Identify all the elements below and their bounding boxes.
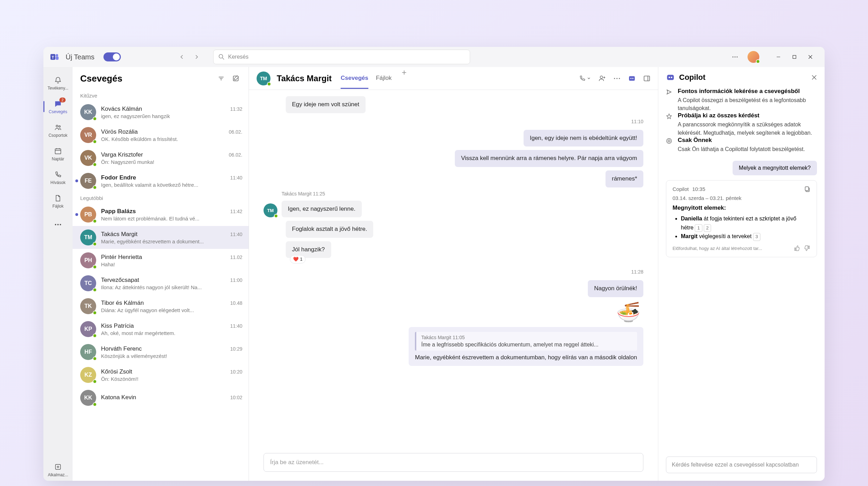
chat-list-item[interactable]: PB Papp Balázs11:42 Nem látom ezt problé… [73,203,249,226]
chat-preview: Ah, oké, most már megértettem. [101,330,242,336]
svg-rect-42 [667,75,674,80]
chat-list-item[interactable]: TK Tibor és Kálmán10.48 Diána: Az ügyfél… [73,295,249,318]
copy-icon[interactable] [804,186,810,192]
copilot-response: Copilot 10:35 03.14. szerda – 03.21. pén… [666,180,817,257]
message-bubble[interactable]: Egy ideje nem volt szünet [286,96,366,113]
suggestion-title: Fontos információk lekérése a csevegésbő… [678,88,817,95]
reply-text: Marie, egyébként észrevettem a dokumentu… [415,354,637,361]
message-list: Egy ideje nem volt szünet 11:10 Igen, eg… [249,90,658,449]
new-teams-toggle[interactable] [103,52,121,61]
message-bubble[interactable]: Foglalok asztalt a jövő hétre. [286,221,373,238]
rail-chat[interactable]: 2 Csevegés [43,95,73,118]
window-maximize-button[interactable] [786,50,802,64]
nav-back-button[interactable] [176,51,188,63]
svg-point-8 [736,56,737,57]
rail-files[interactable]: Fájlok [43,190,73,212]
chat-avatar: FE [80,173,96,189]
add-people-button[interactable] [598,75,606,82]
chat-avatar: KK [80,390,96,406]
add-tab-button[interactable] [399,68,409,77]
chat-list-item[interactable]: HF Horváth Ferenc10:29 Köszönjük a vélem… [73,341,249,363]
chat-list-item[interactable]: KK Kovács Kálmán11:32 igen, ez nagyszerű… [73,101,249,124]
chat-list-item[interactable]: VR Vörös Rozália06.02. OK. Később elküld… [73,124,249,146]
chat-list-item[interactable]: TC Tervezőcsapat11:00 Ilona: Az áttekint… [73,272,249,295]
message-bubble[interactable]: rámenes* [606,170,643,187]
chat-time: 06.02. [229,152,242,158]
conversation-pane: TM Takács Margit Csevegés Fájlok Egy ide… [249,67,658,481]
message-bubble[interactable]: Igen, egy ideje nem is ebédeltünk együtt… [524,130,643,147]
conversation-title: Takács Margit [277,74,332,83]
rail-apps[interactable]: Alkalmaz... [43,459,73,481]
presence-available-icon [93,162,97,167]
reference-badge[interactable]: 3 [753,233,760,241]
chat-name: Pintér Henrietta [101,254,230,261]
chat-list-item[interactable]: KP Kiss Patrícia11:40 Ah, oké, most már … [73,318,249,341]
composer-placeholder: Írja be az üzenetét... [270,459,324,466]
rail-activity[interactable]: Tevékeny... [43,72,73,94]
window-minimize-button[interactable] [770,50,786,64]
chat-name: Papp Balázs [101,208,230,215]
copilot-close-button[interactable] [811,75,817,80]
conversation-avatar[interactable]: TM [257,72,270,85]
chat-list-item[interactable]: KK Katona Kevin10:02 [73,386,249,409]
message-meta: Takács Margit 11:25 [282,191,643,196]
reference-badge[interactable]: 2 [704,224,711,232]
chat-preview: igen, ez nagyszerűen hangzik [101,113,242,119]
message-bubble[interactable]: Igen, ez nagyszerű lenne. [282,201,362,218]
message-bubble[interactable]: Nagyon örülnék! [588,280,643,297]
more-button[interactable] [730,52,740,62]
user-avatar[interactable] [748,51,759,63]
tab-files[interactable]: Fájlok [376,68,392,89]
suggestion-body: A Copilot összegzi a beszélgetést és a l… [678,96,817,112]
copilot-input[interactable]: Kérdés feltevése ezzel a csevegéssel kap… [666,456,817,473]
copilot-suggestion[interactable]: Csak ÖnnekCsak Ön láthatja a Copilottal … [666,137,817,153]
message-bubble[interactable]: Vissza kell mennünk arra a rámenes helyr… [455,150,643,167]
rail-label: Fájlok [52,204,64,209]
titlebar: T Új Teams Keresés [43,47,825,67]
copilot-panel: Copilot Fontos információk lekérése a cs… [658,67,825,481]
nav-forward-button[interactable] [190,51,203,63]
copilot-toggle-button[interactable] [628,75,636,82]
svg-rect-40 [644,76,650,81]
rail-label: Hívások [50,180,65,185]
message-bubble[interactable]: Jól hangzik? ❤️ 1 [286,241,331,258]
rail-teams[interactable]: Csoportok [43,119,73,141]
chat-list-item[interactable]: FE Fodor Endre11:40 Igen, beállítok vala… [73,169,249,192]
message-composer[interactable]: Írja be az üzenetét... [264,453,643,472]
new-chat-button[interactable] [231,73,241,84]
rail-calendar[interactable]: Naptár [43,143,73,165]
window-close-button[interactable] [802,50,818,64]
open-pane-button[interactable] [643,75,650,82]
presence-available-icon [756,59,760,64]
tab-chat[interactable]: Csevegés [341,68,368,89]
conversation-more-button[interactable] [614,77,620,79]
copilot-input-placeholder: Kérdés feltevése ezzel a csevegéssel kap… [672,462,799,468]
copilot-suggestion[interactable]: Próbálja ki az összes kérdéstA parancsso… [666,112,817,136]
suggestion-icon [666,138,674,153]
rail-badge: 2 [59,98,66,102]
reaction-badge[interactable]: ❤️ 1 [290,255,306,264]
copilot-user-prompt[interactable]: Melyek a megnyitott elemek? [733,161,817,175]
svg-point-4 [219,55,223,58]
filter-button[interactable] [216,73,226,84]
rail-label: Tevékeny... [48,86,68,91]
chat-avatar: TC [80,275,96,291]
chat-name: Katona Kevin [101,394,230,401]
chat-list-item[interactable]: TM Takács Margit11:40 Marie, egyébként é… [73,226,249,249]
rail-more[interactable] [43,213,73,236]
presence-available-icon [93,265,97,269]
call-button[interactable] [579,75,591,82]
presence-available-icon [93,219,97,223]
reference-badge[interactable]: 1 [695,224,702,232]
rail-calls[interactable]: Hívások [43,166,73,188]
chat-name: Takács Margit [101,231,230,238]
thumbs-up-icon[interactable] [794,245,800,251]
search-input[interactable]: Keresés [213,50,470,64]
copilot-suggestion[interactable]: Fontos információk lekérése a csevegésbő… [666,88,817,112]
sender-avatar[interactable]: TM [264,203,277,217]
quoted-reply[interactable]: Takács Margit 11:05 Íme a legfrissebb sp… [409,327,643,366]
chat-list-item[interactable]: VK Varga Krisztofer06.02. Ön: Nagyszerű … [73,146,249,169]
chat-list-item[interactable]: KZ Kőrösi Zsolt10:20 Ön: Köszönöm!! [73,363,249,386]
chat-list-item[interactable]: PH Pintér Henrietta11.02 Haha! [73,249,249,272]
thumbs-down-icon[interactable] [804,245,810,251]
